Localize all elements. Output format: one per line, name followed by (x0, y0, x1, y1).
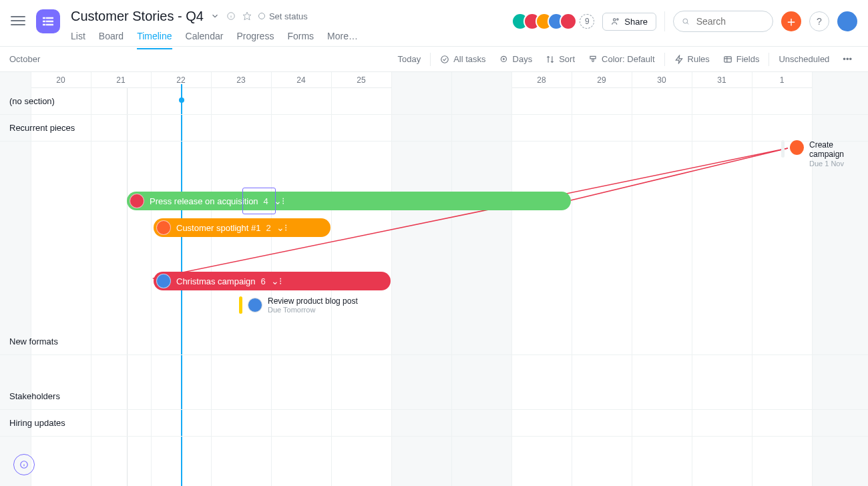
task-title: Christmas campaign (176, 276, 256, 286)
zoom-dates[interactable]: Days (493, 54, 539, 64)
status-dot-icon (258, 13, 265, 19)
fields-button[interactable]: Fields (716, 54, 767, 64)
svg-line-13 (687, 23, 688, 24)
project-title[interactable]: Customer Stories - Q4 (71, 9, 204, 24)
search-icon (682, 17, 690, 26)
search-box[interactable] (673, 11, 773, 32)
task-milestone-create-campaign[interactable]: Create campaign Due 1 Nov (781, 140, 868, 168)
timeline-canvas[interactable]: 9 20 21 22 23 24 25 26 27 28 29 30 31 1 … (0, 72, 868, 486)
tab-calendar[interactable]: Calendar (186, 31, 224, 49)
menu-toggle[interactable] (11, 13, 25, 28)
tab-list[interactable]: List (71, 31, 85, 49)
star-icon[interactable] (242, 11, 252, 21)
paint-icon (588, 55, 598, 64)
assignee-avatar (156, 220, 171, 235)
svg-marker-18 (676, 55, 682, 63)
section-header[interactable]: Recurrent pieces (0, 115, 868, 142)
svg-rect-19 (724, 56, 732, 61)
bolt-icon (674, 55, 684, 64)
ellipsis-icon: ••• (843, 54, 852, 64)
member-avatars[interactable]: 9 (517, 13, 594, 30)
filter-all-tasks[interactable]: All tasks (433, 54, 492, 64)
set-status-button[interactable]: Set status (258, 11, 308, 21)
section-header[interactable]: Stakeholders (0, 383, 868, 410)
svg-rect-3 (47, 21, 53, 22)
share-label: Share (624, 17, 648, 27)
search-input[interactable] (695, 15, 765, 27)
today-button[interactable]: Today (391, 54, 427, 64)
project-tabs: List Board Timeline Calendar Progress Fo… (71, 31, 358, 49)
share-button[interactable]: Share (602, 13, 656, 31)
svg-rect-5 (47, 24, 53, 25)
task-bar-press-release[interactable]: Press release on acquisition 4 ⌄⁝ (127, 192, 571, 210)
task-bar-christmas[interactable]: Christmas campaign 6 ⌄⁝ (154, 272, 391, 290)
task-chip-review-blog[interactable]: Review product blog post Due Tomorrow (239, 296, 358, 314)
subtask-icon: ⌄⁝ (271, 276, 282, 286)
svg-line-23 (154, 148, 788, 278)
info-icon (19, 460, 29, 469)
color-button[interactable]: Color: Default (582, 54, 661, 64)
task-title: Create campaign (809, 140, 868, 160)
help-bubble[interactable] (13, 454, 35, 475)
subtask-icon: ⌄⁝ (276, 222, 287, 233)
task-title: Press release on acquisition (150, 196, 258, 206)
fields-icon (723, 55, 732, 64)
svg-rect-0 (43, 17, 45, 19)
sort-button[interactable]: Sort (539, 54, 582, 64)
chevron-down-icon[interactable] (210, 11, 220, 21)
tab-progress[interactable]: Progress (236, 31, 274, 49)
assignee-avatar (156, 274, 171, 288)
svg-point-11 (617, 19, 618, 20)
assignee-avatar (130, 194, 144, 208)
subtask-icon: ⌄⁝ (274, 196, 284, 206)
month-label: October (9, 54, 40, 64)
task-due: Due 1 Nov (809, 160, 868, 168)
global-add-button[interactable]: ＋ (781, 11, 801, 31)
assignee-avatar (790, 140, 804, 155)
avatar[interactable] (560, 13, 577, 30)
tab-timeline[interactable]: Timeline (137, 31, 172, 49)
section-header[interactable]: (no section) (0, 88, 868, 115)
list-icon (41, 15, 55, 28)
svg-point-14 (441, 55, 449, 63)
help-button[interactable]: ? (809, 11, 829, 31)
subtask-count: 4 (264, 196, 268, 206)
tab-more[interactable]: More… (327, 31, 358, 49)
member-count-extra[interactable]: 9 (580, 14, 594, 29)
svg-point-12 (683, 19, 688, 23)
svg-line-22 (571, 148, 788, 200)
current-user-avatar[interactable] (837, 11, 857, 31)
task-due: Due Tomorrow (268, 306, 358, 314)
rules-button[interactable]: Rules (668, 54, 716, 64)
sort-icon (546, 55, 555, 64)
dependency-lines (0, 142, 868, 328)
svg-point-10 (614, 19, 616, 21)
tab-board[interactable]: Board (99, 31, 124, 49)
svg-marker-9 (243, 12, 251, 20)
zoom-icon (499, 55, 509, 64)
subtask-count: 2 (266, 223, 270, 233)
task-bar-customer-spotlight[interactable]: Customer spotlight #1 2 ⌄⁝ (154, 218, 331, 237)
set-status-label: Set status (269, 11, 308, 21)
unscheduled-button[interactable]: Unscheduled (772, 54, 836, 64)
tab-forms[interactable]: Forms (287, 31, 314, 49)
assignee-avatar (248, 298, 262, 312)
section-header[interactable]: New formats (0, 328, 868, 355)
svg-rect-4 (43, 24, 45, 25)
more-actions-button[interactable]: ••• (836, 54, 859, 64)
subtask-count: 6 (261, 276, 266, 286)
svg-rect-1 (47, 17, 53, 19)
chip-marker (239, 296, 242, 314)
svg-rect-2 (43, 21, 45, 22)
task-title: Customer spotlight #1 (176, 223, 260, 233)
milestone-marker (781, 140, 785, 158)
people-icon (611, 17, 620, 26)
divider (664, 11, 665, 31)
info-icon[interactable] (226, 11, 236, 21)
project-icon[interactable] (36, 9, 60, 33)
check-circle-icon (440, 55, 449, 64)
task-title: Review product blog post (268, 296, 358, 306)
section-header[interactable]: Hiring updates (0, 410, 868, 437)
